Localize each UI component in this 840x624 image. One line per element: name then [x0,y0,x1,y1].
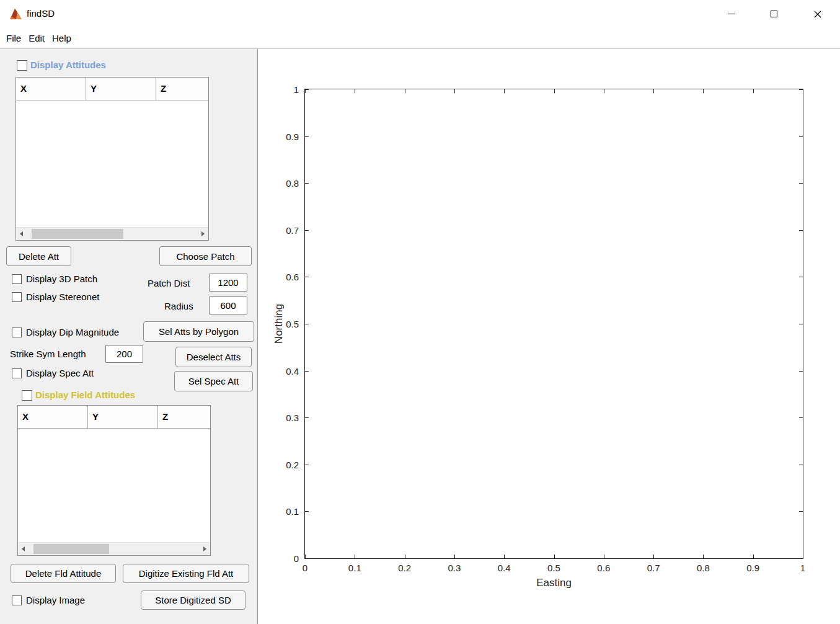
y-tick-label: 0.9 [286,131,299,141]
minimize-icon [728,14,735,14]
patch-dist-input[interactable] [209,274,247,292]
attitude-table-hscrollbar[interactable] [16,227,208,240]
y-tick-mark [305,417,309,418]
y-tick-mark [305,371,309,372]
column-header-y[interactable]: Y [88,406,158,428]
matlab-logo-icon [9,7,22,20]
x-tick-label: 0.2 [398,563,411,573]
display-image-label: Display Image [26,595,85,605]
plot-area[interactable]: Easting Northing 00.10.20.30.40.50.60.70… [304,89,803,559]
y-tick-mark [305,183,309,184]
close-button[interactable] [803,0,832,28]
y-tick-mark [799,465,803,465]
maximize-button[interactable] [759,0,788,28]
y-tick-label: 0.6 [286,272,299,282]
x-tick-label: 1 [800,563,805,573]
display-attitudes-checkbox[interactable] [17,60,27,71]
x-tick-label: 0.7 [647,563,660,573]
field-attitude-table-hscrollbar[interactable] [18,542,210,555]
attitude-table-body[interactable] [16,100,208,227]
y-axis-label: Northing [273,304,285,344]
scroll-right-icon [203,546,206,551]
display-spec-att-checkbox[interactable] [12,368,22,378]
scroll-right-button[interactable] [200,543,210,555]
x-tick-mark [454,555,455,558]
scroll-left-icon [20,231,23,236]
x-tick-mark [405,555,405,558]
column-header-x[interactable]: X [16,78,86,100]
y-tick-label: 0.8 [286,178,299,189]
scroll-right-button[interactable] [198,228,208,240]
y-tick-mark [799,183,803,184]
x-tick-mark [753,89,754,93]
scroll-left-button[interactable] [16,228,27,240]
radius-label: Radius [164,301,193,311]
display-stereonet-checkbox[interactable] [12,292,22,302]
column-header-y[interactable]: Y [86,78,156,100]
y-tick-mark [305,511,309,512]
display-3d-patch-checkbox[interactable] [12,274,22,284]
field-attitude-table-body[interactable] [18,429,210,542]
column-header-z[interactable]: Z [156,78,208,100]
y-tick-mark [799,136,803,137]
y-tick-mark [305,89,309,90]
x-tick-mark [703,555,704,558]
display-image-checkbox[interactable] [12,595,22,605]
digitize-existing-fld-att-button[interactable]: Digitize Existing Fld Att [123,564,249,583]
display-dip-magnitude-checkbox[interactable] [12,328,22,337]
attitude-table-header: X Y Z [16,78,208,100]
menu-file[interactable]: File [2,33,25,43]
app-window: findSD File Edit Help Display Attitudes … [0,0,840,624]
choose-patch-button[interactable]: Choose Patch [159,246,252,266]
strike-sym-length-input[interactable] [105,345,143,363]
x-axis-label: Easting [536,577,572,589]
patch-dist-label: Patch Dist [148,278,190,288]
sel-atts-by-polygon-button[interactable]: Sel Atts by Polygon [143,321,254,342]
x-tick-mark [405,89,405,93]
y-tick-mark [799,511,803,512]
display-3d-patch-label: Display 3D Patch [26,274,97,284]
radius-input[interactable] [209,296,247,314]
field-attitude-table-header: X Y Z [18,406,210,429]
y-tick-mark [305,136,309,137]
x-tick-mark [703,89,704,93]
menu-help[interactable]: Help [48,33,75,43]
sel-spec-att-button[interactable]: Sel Spec Att [174,371,253,391]
scrollbar-thumb[interactable] [33,544,109,554]
control-panel: Display Attitudes X Y Z Delete Att Choos… [0,49,258,624]
close-icon [813,10,822,19]
deselect-atts-button[interactable]: Deselect Atts [175,347,252,367]
scrollbar-thumb[interactable] [32,229,123,239]
x-tick-mark [604,89,604,93]
y-tick-mark [799,230,803,231]
y-tick-label: 1 [294,84,299,95]
y-tick-mark [799,324,803,324]
x-tick-label: 0.1 [348,563,361,573]
x-tick-mark [604,555,604,558]
x-tick-mark [653,555,654,558]
x-tick-mark [554,555,555,558]
display-field-attitudes-checkbox[interactable] [22,390,32,401]
x-tick-mark [803,89,803,93]
column-header-z[interactable]: Z [158,406,210,428]
column-header-x[interactable]: X [18,406,88,428]
y-tick-mark [799,417,803,418]
delete-att-button[interactable]: Delete Att [6,246,71,266]
minimize-button[interactable] [717,0,746,28]
y-tick-mark [799,371,803,372]
menu-edit[interactable]: Edit [25,33,48,43]
title-bar: findSD [0,0,840,28]
field-attitude-table: X Y Z [17,405,211,556]
store-digitized-sd-button[interactable]: Store Digitized SD [141,591,245,610]
scroll-left-button[interactable] [18,543,29,555]
y-tick-mark [305,465,309,465]
y-tick-label: 0.2 [286,459,299,470]
x-tick-mark [504,555,505,558]
strike-sym-length-label: Strike Sym Length [10,349,86,359]
window-title: findSD [27,8,55,19]
y-tick-mark [305,558,309,559]
x-tick-mark [653,89,654,93]
y-tick-mark [799,89,803,90]
delete-fld-attitude-button[interactable]: Delete Fld Attitude [11,564,116,583]
scroll-left-icon [22,546,25,551]
